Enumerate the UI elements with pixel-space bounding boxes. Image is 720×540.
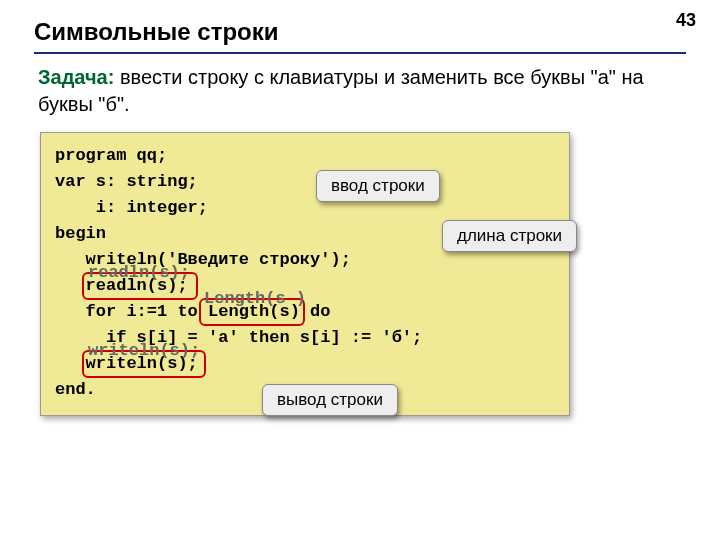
overlay-writeln: writeln(s); <box>88 341 200 360</box>
callout-input: ввод строки <box>316 170 440 202</box>
slide: 43 Символьные строки Задача: ввести стро… <box>0 0 720 540</box>
callout-output: вывод строки <box>262 384 398 416</box>
overlay-readln: readln(s); <box>88 263 190 282</box>
slide-title: Символьные строки <box>34 18 686 46</box>
title-underline <box>34 52 686 54</box>
overlay-length: Length(s ) <box>204 290 306 307</box>
callout-length: длина строки <box>442 220 577 252</box>
task-text: Задача: ввести строку с клавиатуры и зам… <box>38 64 686 118</box>
task-body: ввести строку с клавиатуры и заменить вс… <box>38 66 644 115</box>
code-area: program qq; var s: string; i: integer; b… <box>40 132 570 416</box>
task-label: Задача: <box>38 66 114 88</box>
page-number: 43 <box>676 10 696 31</box>
